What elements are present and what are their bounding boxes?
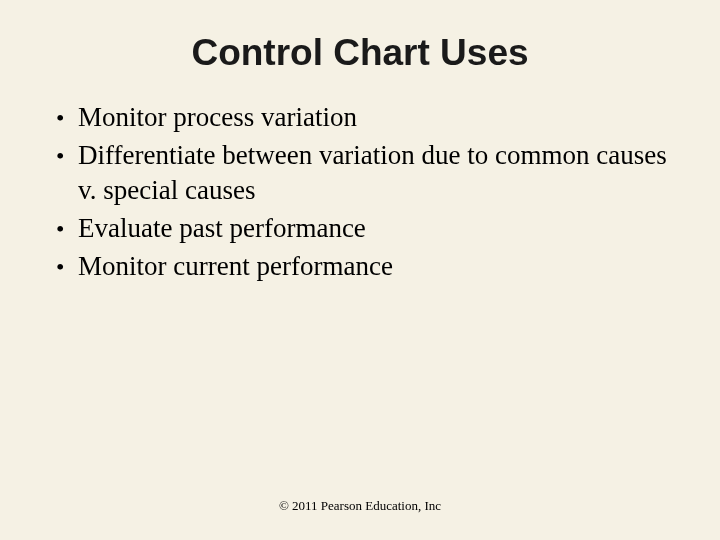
copyright-footer: © 2011 Pearson Education, Inc [0,498,720,514]
bullet-icon: • [56,211,78,246]
list-item: • Evaluate past performance [56,211,680,247]
bullet-text: Differentiate between variation due to c… [78,138,680,209]
list-item: • Monitor current performance [56,249,680,285]
bullet-text: Evaluate past performance [78,211,680,247]
list-item: • Differentiate between variation due to… [56,138,680,209]
bullet-icon: • [56,249,78,284]
list-item: • Monitor process variation [56,100,680,136]
bullet-list: • Monitor process variation • Differenti… [0,100,720,284]
bullet-text: Monitor process variation [78,100,680,136]
bullet-icon: • [56,138,78,173]
bullet-icon: • [56,100,78,135]
slide-title: Control Chart Uses [0,0,720,100]
bullet-text: Monitor current performance [78,249,680,285]
